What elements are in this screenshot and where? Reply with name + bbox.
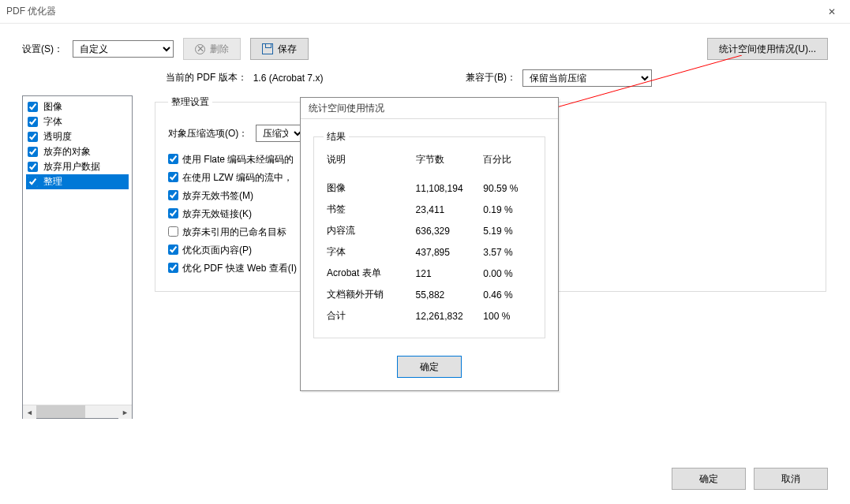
- sidebar-item[interactable]: 图像: [26, 99, 129, 114]
- current-version-value: 1.6 (Acrobat 7.x): [253, 73, 324, 84]
- close-icon[interactable]: ✕: [814, 0, 850, 24]
- sidebar-item-label: 透明度: [43, 130, 72, 144]
- table-row: 书签23,4110.19 %: [324, 199, 535, 220]
- sidebar-item-checkbox[interactable]: [28, 102, 38, 112]
- dialog-footer: 确定 取消: [672, 468, 828, 490]
- window-titlebar: PDF 优化器 ✕: [0, 0, 850, 24]
- table-row: 图像11,108,19490.59 %: [324, 177, 535, 199]
- sidebar-item[interactable]: 放弃的对象: [26, 144, 129, 159]
- panel-legend: 整理设置: [168, 95, 212, 109]
- settings-label: 设置(S)：: [22, 43, 63, 56]
- obj-compress-label: 对象压缩选项(O)：: [168, 127, 248, 140]
- sidebar-item-checkbox[interactable]: [28, 117, 38, 127]
- audit-dialog: 统计空间使用情况 结果 说明 字节数 百分比 图像11,108,19490.59…: [300, 97, 559, 391]
- cancel-button[interactable]: 取消: [754, 468, 828, 490]
- delete-button: ✕ 删除: [183, 38, 241, 60]
- audit-group-legend: 结果: [324, 130, 349, 144]
- sidebar-item-checkbox[interactable]: [28, 162, 38, 172]
- sidebar-item-label: 整理: [43, 175, 62, 189]
- save-button[interactable]: 保存: [250, 38, 309, 60]
- scroll-right-icon[interactable]: ►: [118, 405, 132, 419]
- sidebar-item-checkbox[interactable]: [28, 147, 38, 157]
- sidebar-item[interactable]: 放弃用户数据: [26, 159, 129, 174]
- sidebar-item-label: 字体: [43, 115, 62, 129]
- table-row: 合计12,261,832100 %: [324, 305, 535, 327]
- window-title: PDF 优化器: [6, 5, 56, 18]
- scroll-left-icon[interactable]: ◄: [23, 405, 36, 419]
- toolbar: 设置(S)： 自定义 ✕ 删除 保存 统计空间使用情况(U)...: [0, 24, 850, 68]
- sidebar-item-checkbox[interactable]: [28, 177, 38, 187]
- sidebar-item-label: 图像: [43, 100, 62, 114]
- sidebar-item-label: 放弃的对象: [43, 145, 91, 159]
- compat-label: 兼容于(B)：: [466, 71, 516, 84]
- sidebar-item[interactable]: 整理: [26, 174, 129, 189]
- table-row: Acrobat 表单1210.00 %: [324, 263, 535, 284]
- table-row: 文档额外开销55,8820.46 %: [324, 284, 535, 305]
- settings-select[interactable]: 自定义: [73, 40, 174, 58]
- col-bytes: 字节数: [413, 150, 481, 177]
- sidebar-item[interactable]: 字体: [26, 114, 129, 129]
- sidebar-item-checkbox[interactable]: [28, 132, 38, 142]
- audit-ok-button[interactable]: 确定: [397, 356, 462, 378]
- col-desc: 说明: [324, 150, 413, 177]
- current-version-label: 当前的 PDF 版本：: [166, 71, 247, 84]
- delete-icon: ✕: [195, 44, 205, 54]
- table-row: 内容流636,3295.19 %: [324, 220, 535, 241]
- col-pct: 百分比: [480, 150, 535, 177]
- compat-select[interactable]: 保留当前压缩: [522, 69, 652, 87]
- table-row: 字体437,8953.57 %: [324, 241, 535, 263]
- audit-dialog-title: 统计空间使用情况: [301, 98, 558, 119]
- category-sidebar: 图像字体透明度放弃的对象放弃用户数据整理 ◄ ►: [22, 95, 133, 419]
- scroll-thumb[interactable]: [36, 405, 85, 418]
- audit-table: 说明 字节数 百分比 图像11,108,19490.59 %书签23,4110.…: [324, 150, 535, 327]
- ok-button[interactable]: 确定: [672, 468, 746, 490]
- floppy-icon: [262, 43, 273, 54]
- obj-compress-select[interactable]: 压缩文: [256, 125, 305, 142]
- sidebar-item[interactable]: 透明度: [26, 129, 129, 144]
- version-row: 当前的 PDF 版本： 1.6 (Acrobat 7.x) 兼容于(B)： 保留…: [0, 68, 850, 95]
- sidebar-scrollbar[interactable]: ◄ ►: [23, 405, 132, 418]
- audit-space-button[interactable]: 统计空间使用情况(U)...: [707, 38, 828, 60]
- sidebar-item-label: 放弃用户数据: [43, 160, 100, 174]
